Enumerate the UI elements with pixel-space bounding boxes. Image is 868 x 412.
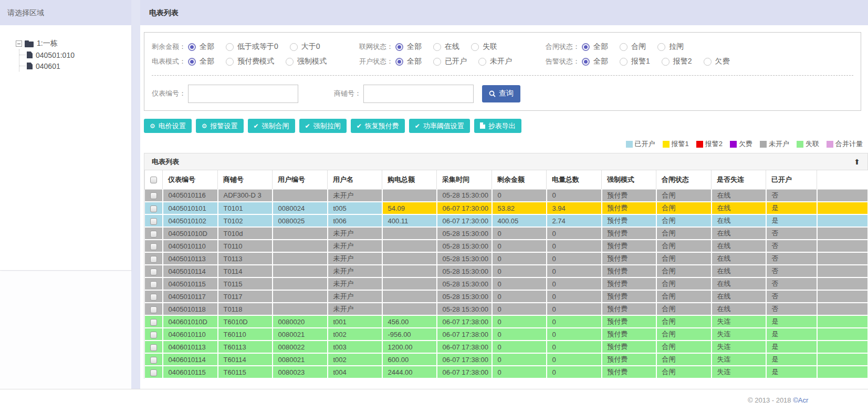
radio-option-label: 全部: [407, 57, 422, 66]
radio-icon[interactable]: [226, 58, 234, 66]
select-all-checkbox[interactable]: [150, 177, 157, 183]
table-cell: 在线: [712, 277, 766, 290]
radio-icon[interactable]: [582, 58, 590, 66]
tree-leaf-node[interactable]: 040501:010: [19, 49, 131, 60]
radio-option[interactable]: 全部: [582, 42, 608, 52]
table-cell: [382, 265, 437, 277]
radio-option-label: 全部: [593, 42, 608, 52]
radio-icon[interactable]: [286, 58, 294, 66]
radio-icon[interactable]: [582, 43, 590, 51]
shop-no-input[interactable]: [363, 85, 474, 103]
legend-color-swatch: [797, 141, 803, 148]
tree-root-node[interactable]: 1:一栋: [16, 38, 131, 49]
radio-option[interactable]: 大于0: [290, 42, 320, 52]
tree-root-label[interactable]: 1:一栋: [37, 39, 58, 48]
radio-option[interactable]: 全部: [395, 42, 422, 52]
row-checkbox[interactable]: [150, 192, 157, 199]
legend-label: 欠费: [739, 139, 752, 149]
row-checkbox[interactable]: [150, 269, 157, 275]
radio-icon[interactable]: [395, 43, 403, 51]
row-checkbox[interactable]: [150, 357, 157, 364]
radio-option[interactable]: 合闸: [620, 42, 646, 52]
radio-option[interactable]: 欠费: [704, 57, 730, 66]
radio-icon[interactable]: [704, 58, 712, 66]
table-cell: 在线: [712, 214, 766, 227]
row-checkbox[interactable]: [150, 294, 157, 301]
action-button-4[interactable]: ✔强制拉闸: [299, 119, 347, 133]
row-checkbox[interactable]: [150, 205, 157, 212]
radio-option[interactable]: 强制模式: [286, 57, 327, 66]
radio-icon[interactable]: [620, 58, 628, 66]
radio-option[interactable]: 全部: [582, 57, 608, 66]
tree-collapse-icon[interactable]: [16, 40, 22, 47]
action-button-7[interactable]: 抄表导出: [474, 119, 521, 133]
table-cell: 是: [766, 328, 817, 341]
radio-icon[interactable]: [226, 43, 234, 51]
radio-icon[interactable]: [395, 58, 403, 66]
column-header: 电量总数: [547, 170, 602, 189]
row-checkbox[interactable]: [150, 281, 157, 288]
radio-icon[interactable]: [433, 43, 441, 51]
radio-icon[interactable]: [478, 58, 486, 66]
radio-icon[interactable]: [657, 43, 665, 51]
table-cell: 0405010118: [163, 303, 218, 315]
table-cell: 未开户: [328, 240, 382, 252]
row-checkbox[interactable]: [150, 319, 157, 326]
table-cell: [382, 227, 437, 240]
table-cell: [273, 227, 328, 240]
row-checkbox[interactable]: [150, 332, 157, 338]
table-cell: 0080023: [273, 366, 328, 378]
action-button-2[interactable]: ⚙报警设置: [196, 119, 244, 133]
radio-option[interactable]: 全部: [188, 42, 214, 52]
row-checkbox-cell: [145, 265, 163, 277]
radio-option[interactable]: 在线: [433, 42, 459, 52]
radio-icon[interactable]: [433, 58, 441, 66]
collapse-panel-icon[interactable]: ⬆: [854, 158, 860, 166]
radio-option[interactable]: 报警1: [620, 57, 650, 66]
query-button[interactable]: 查询: [482, 85, 520, 102]
radio-option[interactable]: 拉闸: [657, 42, 684, 52]
action-button-6[interactable]: ✔功率阈值设置: [409, 119, 470, 133]
meter-no-input[interactable]: [188, 85, 298, 103]
row-checkbox[interactable]: [150, 256, 157, 263]
table-cell: 040501010D: [163, 227, 218, 240]
row-checkbox[interactable]: [150, 231, 157, 238]
radio-option[interactable]: 全部: [188, 57, 214, 66]
tree-leaf-label[interactable]: 040601: [36, 62, 60, 70]
radio-option[interactable]: 全部: [395, 57, 422, 66]
radio-option[interactable]: 已开户: [433, 57, 467, 66]
table-cell: 0: [492, 227, 547, 240]
radio-option[interactable]: 预付费模式: [226, 57, 274, 66]
radio-option[interactable]: 报警2: [662, 57, 692, 66]
action-button-3[interactable]: ✔强制合闸: [248, 119, 295, 133]
row-checkbox[interactable]: [150, 243, 157, 250]
radio-icon[interactable]: [188, 43, 196, 51]
table-cell: 预付费: [602, 227, 656, 240]
radio-icon[interactable]: [471, 43, 479, 51]
tree-leaf-label[interactable]: 040501:010: [36, 51, 75, 59]
tree-leaf-node[interactable]: 040601: [19, 60, 131, 71]
row-checkbox[interactable]: [150, 218, 157, 225]
row-checkbox[interactable]: [150, 344, 157, 351]
action-button-5[interactable]: ✔恢复预付费: [351, 119, 405, 133]
table-header-row: 仪表编号商铺号用户编号用户名购电总额采集时间剩余金额电量总数强制模式合闸状态是否…: [145, 170, 868, 189]
row-checkbox[interactable]: [150, 306, 157, 313]
filter-row: 电表模式：全部预付费模式强制模式开户状态：全部已开户未开户告警状态：全部报警1报…: [152, 54, 861, 69]
radio-icon[interactable]: [188, 58, 196, 66]
table-cell: 05-28 15:30:00: [437, 303, 492, 315]
table-cell: T0118: [218, 303, 273, 315]
radio-icon[interactable]: [620, 43, 628, 51]
table-cell-spacer: [817, 202, 868, 214]
radio-option[interactable]: 失联: [471, 42, 497, 52]
row-checkbox[interactable]: [150, 369, 157, 376]
table-cell: 在线: [712, 290, 766, 303]
table-cell: -956.00: [382, 328, 437, 341]
radio-option[interactable]: 未开户: [478, 57, 512, 66]
table-cell: 0: [492, 353, 547, 366]
radio-icon[interactable]: [290, 43, 298, 51]
copyright-link[interactable]: ©Acr: [793, 396, 808, 404]
radio-option[interactable]: 低于或等于0: [226, 42, 278, 52]
table-row: 0405010116ADF300-D 3未开户05-28 15:30:0000预…: [145, 189, 868, 202]
action-button-1[interactable]: ⚙电价设置: [144, 119, 192, 133]
radio-icon[interactable]: [662, 58, 670, 66]
